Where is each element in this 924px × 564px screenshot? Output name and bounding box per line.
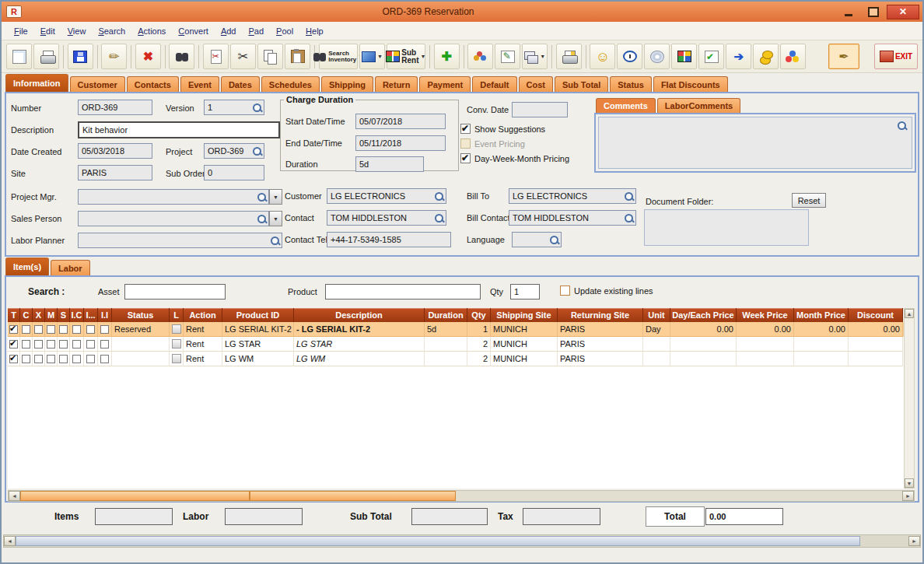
new-document-button[interactable] [6, 44, 32, 69]
tab-customer[interactable]: Customer [70, 76, 125, 92]
site-field[interactable]: PARIS [78, 165, 152, 180]
checklist-button[interactable] [698, 44, 724, 69]
scroll-right-icon[interactable]: ► [908, 536, 920, 546]
column-header-x[interactable]: X [33, 308, 45, 322]
search-inventory-button[interactable]: Search Inventory▼ [319, 44, 358, 69]
tab-payment[interactable]: Payment [419, 76, 471, 92]
row-checkbox[interactable] [34, 355, 43, 363]
convert-document-button[interactable] [203, 44, 229, 69]
menu-actions[interactable]: Actions [131, 23, 172, 39]
menu-pool[interactable]: Pool [270, 23, 299, 39]
scroll-up-icon[interactable]: ▲ [905, 309, 914, 318]
customer-field[interactable]: LG ELECTRONICS [327, 188, 446, 204]
row-checkbox[interactable] [100, 355, 109, 363]
lookup-icon[interactable] [434, 191, 444, 201]
column-header-description[interactable]: Description [294, 308, 425, 322]
menu-pad[interactable]: Pad [242, 23, 270, 39]
language-field[interactable] [512, 232, 562, 247]
bill-to-field[interactable]: LG ELECTRONICS [509, 188, 636, 204]
sub-rent-button[interactable]: Sub Rent▼ [387, 44, 425, 69]
menu-convert[interactable]: Convert [172, 23, 215, 39]
row-checkbox[interactable] [22, 325, 30, 334]
menu-file[interactable]: File [8, 23, 34, 39]
column-header-shippingsite[interactable]: Shipping Site [491, 308, 558, 322]
scrollbar-thumb[interactable] [16, 536, 860, 546]
scrollbar-thumb[interactable] [20, 491, 456, 501]
bill-contact-field[interactable]: TOM HIDDLESTON [509, 210, 636, 226]
comments-area[interactable] [598, 117, 912, 169]
print-button[interactable] [33, 44, 59, 69]
group-button[interactable] [467, 44, 493, 69]
column-header-i[interactable]: I... [84, 308, 98, 322]
sales-person-dropdown-button[interactable] [269, 211, 282, 226]
paste-button[interactable] [285, 44, 310, 69]
print-labels-button[interactable] [556, 44, 582, 69]
lookup-icon[interactable] [252, 103, 262, 113]
row-checkbox[interactable] [59, 325, 68, 334]
lookup-icon[interactable] [624, 191, 634, 201]
disc-button[interactable] [644, 44, 670, 69]
cut-button[interactable] [230, 44, 256, 69]
show-suggestions-checkbox[interactable]: Show Suggestions [460, 124, 545, 134]
find-button[interactable] [169, 44, 194, 69]
tab-flat-discounts[interactable]: Flat Discounts [653, 76, 728, 92]
row-checkbox[interactable] [9, 325, 18, 334]
version-field[interactable]: 1 [204, 100, 264, 115]
exit-button[interactable]: EXIT [874, 44, 918, 69]
document-folder-area[interactable] [644, 209, 809, 246]
conv-date-field[interactable] [512, 102, 568, 117]
menu-search[interactable]: Search [92, 23, 131, 39]
sub-orders-field[interactable]: 0 [204, 165, 264, 180]
column-header-dayeachprice[interactable]: Day/Each Price [670, 308, 737, 322]
tab-return[interactable]: Return [375, 76, 418, 92]
menu-view[interactable]: View [61, 23, 93, 39]
column-header-ii[interactable]: I.I [98, 308, 112, 322]
tab-sub-total[interactable]: Sub Total [555, 76, 608, 92]
column-header-s[interactable]: S [58, 308, 70, 322]
lookup-icon[interactable] [257, 192, 267, 202]
scroll-right-icon[interactable]: ► [902, 491, 914, 501]
column-header-action[interactable]: Action [184, 308, 222, 322]
coins-button[interactable] [753, 44, 779, 69]
grid-vertical-scrollbar[interactable]: ▲ ▼ [904, 308, 915, 489]
column-header-m[interactable]: M [45, 308, 58, 322]
row-checkbox[interactable] [9, 355, 18, 363]
lookup-icon[interactable] [257, 214, 267, 224]
contact-field[interactable]: TOM HIDDLESTON [327, 210, 446, 226]
add-line-button[interactable] [434, 44, 460, 69]
column-header-status[interactable]: Status [112, 308, 170, 322]
column-header-unit[interactable]: Unit [643, 308, 670, 322]
row-checkbox[interactable] [86, 340, 95, 349]
maximize-button[interactable] [862, 5, 884, 19]
column-header-monthprice[interactable]: Month Price [794, 308, 849, 322]
transfer-button[interactable] [726, 44, 751, 69]
project-field[interactable]: ORD-369 [204, 143, 264, 159]
row-checkbox[interactable] [59, 355, 68, 363]
tab-laborcomments[interactable]: LaborComments [657, 98, 740, 113]
table-row[interactable]: RentLG STARLG STAR2MUNICHPARIS [8, 337, 904, 352]
column-header-ic[interactable]: I.C [70, 308, 84, 322]
tab-contacts[interactable]: Contacts [127, 76, 179, 92]
lookup-icon[interactable] [549, 235, 559, 245]
tab-shipping[interactable]: Shipping [321, 76, 373, 92]
column-header-c[interactable]: C [20, 308, 33, 322]
tab-dates[interactable]: Dates [221, 76, 260, 92]
tab-event[interactable]: Event [180, 76, 219, 92]
lookup-icon[interactable] [624, 213, 634, 223]
number-field[interactable]: ORD-369 [78, 100, 152, 115]
copy-button[interactable] [257, 44, 283, 69]
dropdown-arrow-icon[interactable]: ▼ [540, 54, 545, 59]
update-existing-lines-checkbox[interactable]: Update existing lines [560, 286, 653, 296]
description-field[interactable]: Kit behavior [78, 121, 280, 138]
row-checkbox[interactable] [22, 340, 30, 349]
tab-information[interactable]: Information [5, 74, 68, 92]
column-header-t[interactable]: T [8, 308, 20, 322]
title-bar[interactable]: R ORD-369 Reservation [2, 2, 922, 22]
lookup-icon[interactable] [434, 213, 444, 223]
column-header-qty[interactable]: Qty [467, 308, 491, 322]
row-checkbox[interactable] [34, 340, 43, 349]
tab-labor[interactable]: Labor [51, 260, 90, 275]
pool-button[interactable] [780, 44, 806, 69]
row-checkbox[interactable] [59, 340, 68, 349]
labor-planner-field[interactable] [78, 233, 282, 248]
